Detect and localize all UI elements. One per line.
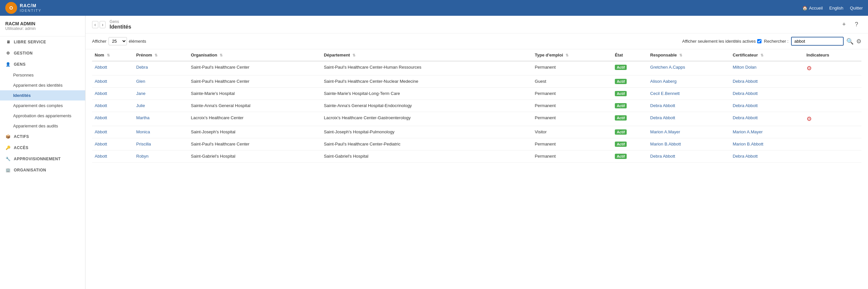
link-nom[interactable]: Abbott <box>95 103 107 108</box>
search-input[interactable] <box>791 37 844 46</box>
col-departement[interactable]: Département ⇅ <box>321 49 532 61</box>
link-certificateur[interactable]: Debra Abbott <box>733 79 758 84</box>
link-nom[interactable]: Abbott <box>95 130 107 134</box>
link-certificateur[interactable]: Marion A.Mayer <box>733 130 763 134</box>
cell-prenom[interactable]: Debra <box>133 61 188 76</box>
col-prenom[interactable]: Prénom ⇅ <box>133 49 188 61</box>
link-prenom[interactable]: Monica <box>136 130 150 134</box>
link-responsable[interactable]: Debra Abbott <box>650 115 675 120</box>
sidebar-item-personnes[interactable]: Personnes <box>0 70 85 80</box>
cell-prenom[interactable]: Julie <box>133 100 188 112</box>
cell-nom[interactable]: Abbott <box>92 138 133 150</box>
link-certificateur[interactable]: Debra Abbott <box>733 154 758 158</box>
col-certificateur[interactable]: Certificateur ⇅ <box>730 49 804 61</box>
cell-certificateur[interactable]: Milton Dolan <box>730 61 804 76</box>
show-active-label[interactable]: Afficher seulement les identités actives <box>682 39 762 44</box>
sidebar-header-gestion[interactable]: ⚙ GESTION <box>0 48 85 59</box>
sidebar-item-appariement-audits[interactable]: Appariement des audits <box>0 121 85 131</box>
cell-responsable[interactable]: Gretchen A.Capps <box>648 61 730 76</box>
cell-certificateur[interactable]: Debra Abbott <box>730 112 804 126</box>
per-page-select[interactable]: 25 50 100 <box>108 37 127 45</box>
sidebar-item-identites[interactable]: Identités <box>0 90 85 101</box>
cell-certificateur[interactable]: Debra Abbott <box>730 76 804 88</box>
link-nom[interactable]: Abbott <box>95 91 107 96</box>
sidebar-item-approbation-appariements[interactable]: Approbation des appariements <box>0 111 85 121</box>
link-certificateur[interactable]: Marion B.Abbott <box>733 142 764 146</box>
cell-indicateur <box>804 88 861 100</box>
link-nom[interactable]: Abbott <box>95 142 107 146</box>
cell-nom[interactable]: Abbott <box>92 126 133 138</box>
sidebar-item-appariement-comptes[interactable]: Appariement des comptes <box>0 101 85 111</box>
cell-responsable[interactable]: Marion A.Mayer <box>648 126 730 138</box>
link-responsable[interactable]: Debra Abbott <box>650 103 675 108</box>
cell-nom[interactable]: Abbott <box>92 112 133 126</box>
link-responsable[interactable]: Marion A.Mayer <box>650 130 680 134</box>
help-button[interactable]: ? <box>851 20 861 30</box>
cell-responsable[interactable]: Debra Abbott <box>648 112 730 126</box>
nav-forward-button[interactable]: › <box>100 21 106 28</box>
sidebar-header-actifs[interactable]: 📦 ACTIFS <box>0 131 85 142</box>
link-nom[interactable]: Abbott <box>95 65 107 70</box>
link-nom[interactable]: Abbott <box>95 115 107 120</box>
link-prenom[interactable]: Julie <box>136 103 145 108</box>
cell-prenom[interactable]: Jane <box>133 88 188 100</box>
link-prenom[interactable]: Debra <box>136 65 148 70</box>
col-responsable[interactable]: Responsable ⇅ <box>648 49 730 61</box>
link-prenom[interactable]: Robyn <box>136 154 149 158</box>
link-certificateur[interactable]: Debra Abbott <box>733 103 758 108</box>
cell-prenom[interactable]: Robyn <box>133 150 188 162</box>
cell-responsable[interactable]: Cecil E.Bennett <box>648 88 730 100</box>
settings-button[interactable]: ⚙ <box>856 38 861 45</box>
elements-label: éléments <box>129 39 146 44</box>
col-nom[interactable]: Nom ⇅ <box>92 49 133 61</box>
col-type-emploi[interactable]: Type d'emploi ⇅ <box>532 49 612 61</box>
link-responsable[interactable]: Gretchen A.Capps <box>650 65 685 70</box>
link-responsable[interactable]: Alison Aaberg <box>650 79 677 84</box>
sidebar-header-acces[interactable]: 🔑 ACCÈS <box>0 142 85 153</box>
cell-certificateur[interactable]: Debra Abbott <box>730 150 804 162</box>
link-responsable[interactable]: Cecil E.Bennett <box>650 91 680 96</box>
link-prenom[interactable]: Jane <box>136 91 145 96</box>
cell-nom[interactable]: Abbott <box>92 150 133 162</box>
cell-prenom[interactable]: Martha <box>133 112 188 126</box>
col-etat[interactable]: État <box>612 49 648 61</box>
sidebar-header-organisation[interactable]: 🏢 ORGANISATION <box>0 165 85 176</box>
link-certificateur[interactable]: Debra Abbott <box>733 91 758 96</box>
cell-responsable[interactable]: Debra Abbott <box>648 150 730 162</box>
nav-back-button[interactable]: ‹ <box>92 21 98 28</box>
link-responsable[interactable]: Marion B.Abbott <box>650 142 681 146</box>
show-active-checkbox[interactable] <box>757 39 762 43</box>
link-nom[interactable]: Abbott <box>95 154 107 158</box>
cell-responsable[interactable]: Marion B.Abbott <box>648 138 730 150</box>
link-prenom[interactable]: Martha <box>136 115 149 120</box>
cell-prenom[interactable]: Monica <box>133 126 188 138</box>
sidebar-header-gens[interactable]: 👤 GENS <box>0 59 85 70</box>
add-button[interactable]: + <box>839 20 849 30</box>
cell-nom[interactable]: Abbott <box>92 100 133 112</box>
col-organisation[interactable]: Organisation ⇅ <box>188 49 321 61</box>
cell-responsable[interactable]: Alison Aaberg <box>648 76 730 88</box>
link-prenom[interactable]: Priscilla <box>136 142 151 146</box>
sidebar-header-approvisionnement[interactable]: 🔧 APPROVISIONNEMENT <box>0 153 85 165</box>
cell-nom[interactable]: Abbott <box>92 61 133 76</box>
lang-link[interactable]: English <box>829 6 843 10</box>
cell-responsable[interactable]: Debra Abbott <box>648 100 730 112</box>
link-certificateur[interactable]: Milton Dolan <box>733 65 756 70</box>
sidebar-item-appariement-identites[interactable]: Appariement des identités <box>0 80 85 90</box>
cell-certificateur[interactable]: Marion B.Abbott <box>730 138 804 150</box>
cell-nom[interactable]: Abbott <box>92 88 133 100</box>
link-responsable[interactable]: Debra Abbott <box>650 154 675 158</box>
nav-home-link[interactable]: 🏠 Accueil <box>802 6 823 10</box>
link-certificateur[interactable]: Debra Abbott <box>733 115 758 120</box>
cell-certificateur[interactable]: Debra Abbott <box>730 88 804 100</box>
cell-nom[interactable]: Abbott <box>92 76 133 88</box>
cell-prenom[interactable]: Glen <box>133 76 188 88</box>
link-prenom[interactable]: Glen <box>136 79 145 84</box>
link-nom[interactable]: Abbott <box>95 79 107 84</box>
cell-prenom[interactable]: Priscilla <box>133 138 188 150</box>
sidebar-header-libre-service[interactable]: 🖥 LIBRE SERVICE <box>0 36 85 48</box>
quit-link[interactable]: Quitter <box>850 6 863 10</box>
cell-certificateur[interactable]: Debra Abbott <box>730 100 804 112</box>
search-button[interactable]: 🔍 <box>846 38 854 45</box>
cell-certificateur[interactable]: Marion A.Mayer <box>730 126 804 138</box>
